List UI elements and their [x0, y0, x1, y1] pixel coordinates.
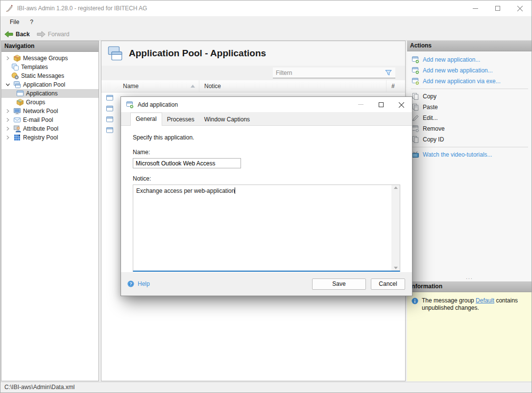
notice-field: Exchange access per web-application — [133, 185, 400, 272]
copy-icon — [411, 136, 419, 143]
navigation-panel: Navigation Message Groups Templates Stat… — [1, 41, 99, 381]
tab-processes[interactable]: Processes — [162, 114, 199, 125]
paste-icon — [411, 103, 419, 111]
chevron-right-icon[interactable] — [4, 109, 11, 114]
nav-item-registry-pool[interactable]: Registry Pool — [1, 133, 98, 142]
separator — [411, 89, 528, 89]
maximize-icon — [495, 6, 500, 11]
action-add-new-application[interactable]: Add new application... — [407, 54, 532, 65]
add-window-icon — [126, 101, 134, 109]
actions-header: Actions — [407, 41, 532, 51]
name-input[interactable] — [133, 158, 241, 168]
copy-icon — [411, 92, 419, 100]
chevron-right-icon[interactable] — [4, 135, 11, 140]
window-title: IBI-aws Admin 1.28.0 - registered for IB… — [17, 5, 147, 12]
add-application-dialog: Add application General Processes Window… — [121, 96, 412, 296]
dialog-minimize-button[interactable] — [350, 97, 371, 112]
action-add-new-application-via-exe[interactable]: Add new application via exe... — [407, 76, 532, 87]
help-link[interactable]: ? Help — [127, 280, 150, 288]
funnel-icon[interactable] — [385, 69, 392, 77]
column-notice[interactable]: Notice — [199, 80, 387, 92]
forward-label: Forward — [48, 31, 70, 38]
app-title-bar: IBI-aws Admin 1.28.0 - registered for IB… — [0, 0, 532, 16]
navigation-tree: Message Groups Templates Static Messages… — [1, 52, 98, 142]
column-hash[interactable]: # — [387, 80, 405, 92]
nav-item-message-groups[interactable]: Message Groups — [1, 54, 98, 63]
cancel-button[interactable]: Cancel — [371, 278, 405, 290]
action-label: Copy — [423, 93, 436, 100]
action-watch-video-tutorials[interactable]: Watch the video-tutorials... — [407, 149, 532, 160]
app-window-icon — [106, 105, 114, 113]
chevron-right-icon[interactable] — [4, 56, 11, 61]
menu-file[interactable]: File — [5, 18, 24, 26]
window-stack-icon — [13, 81, 21, 89]
panel-splitter-handle[interactable]: ... — [407, 276, 532, 281]
nav-item-static-messages[interactable]: Static Messages — [1, 71, 98, 80]
action-add-new-web-application[interactable]: Add new web application... — [407, 65, 532, 76]
minimize-button[interactable] — [464, 0, 486, 16]
menu-bar: File ? — [0, 16, 532, 28]
nav-item-label: Message Groups — [23, 55, 68, 62]
maximize-button[interactable] — [486, 0, 509, 16]
back-arrow-icon — [4, 31, 13, 38]
help-icon: ? — [127, 280, 135, 288]
dialog-close-button[interactable] — [391, 97, 412, 112]
action-copy-id[interactable]: Copy ID — [407, 134, 532, 145]
nav-item-network-pool[interactable]: Network Pool — [1, 107, 98, 116]
close-icon — [399, 102, 405, 108]
nav-item-application-pool[interactable]: Application Pool — [1, 80, 98, 89]
text-caret — [235, 187, 235, 194]
tab-window-captions[interactable]: Window Captions — [199, 114, 255, 125]
close-button[interactable] — [509, 0, 532, 16]
nav-item-groups[interactable]: Groups — [1, 98, 98, 107]
package-icon — [16, 98, 24, 106]
dialog-footer: ? Help Save Cancel — [121, 272, 412, 296]
information-message: The message group Default contains unpub… — [422, 297, 528, 312]
nav-item-applications[interactable]: Applications — [1, 89, 98, 98]
dialog-body: Specify this application. Name: Notice: … — [121, 126, 412, 272]
action-copy[interactable]: Copy — [407, 91, 532, 102]
package-icon — [13, 54, 21, 62]
forward-button[interactable]: Forward — [37, 31, 70, 38]
name-label: Name: — [133, 149, 400, 156]
back-button[interactable]: Back — [4, 31, 30, 38]
table-header: Name Notice # — [101, 80, 405, 92]
default-message-group-link[interactable]: Default — [476, 297, 494, 304]
scroll-down-icon[interactable] — [394, 267, 398, 269]
minimize-icon — [358, 104, 363, 105]
app-window-icon — [106, 116, 114, 123]
action-label: Remove — [423, 125, 445, 132]
information-header: Information — [407, 281, 532, 292]
tab-general[interactable]: General — [130, 113, 162, 126]
action-label: Paste — [423, 104, 438, 111]
chevron-right-icon[interactable] — [4, 117, 11, 122]
column-icon — [101, 80, 118, 92]
filter-input[interactable] — [273, 69, 385, 76]
right-panel: Actions Add new application... Add new w… — [407, 41, 532, 381]
save-button[interactable]: Save — [312, 278, 366, 290]
scroll-up-icon[interactable] — [394, 186, 398, 189]
grid-icon — [13, 134, 21, 141]
action-remove[interactable]: Remove — [407, 123, 532, 134]
back-label: Back — [16, 31, 30, 38]
nav-item-email-pool[interactable]: E-mail Pool — [1, 116, 98, 124]
column-name[interactable]: Name — [118, 80, 199, 92]
notice-scrollbar[interactable] — [391, 185, 400, 271]
notice-textarea[interactable]: Exchange access per web-application — [133, 185, 391, 271]
close-icon — [517, 5, 523, 11]
nav-item-attribute-pool[interactable]: Attribute Pool — [1, 124, 98, 133]
dialog-maximize-button[interactable] — [371, 97, 391, 112]
menu-help[interactable]: ? — [25, 18, 38, 26]
chevron-right-icon[interactable] — [4, 126, 11, 131]
data-file-path: C:\IBI-aws\Admin\Data.xml — [4, 384, 74, 391]
nav-item-label: Network Pool — [23, 108, 58, 115]
nav-item-templates[interactable]: Templates — [1, 63, 98, 71]
edit-pencil-icon — [411, 114, 419, 122]
page-title: Application Pool - Applications — [129, 48, 266, 59]
email-icon — [13, 116, 21, 124]
add-window-icon — [411, 56, 419, 64]
app-window-icon — [106, 126, 114, 134]
action-paste[interactable]: Paste — [407, 102, 532, 113]
action-edit[interactable]: Edit... — [407, 113, 532, 123]
chevron-down-icon[interactable] — [4, 82, 11, 87]
